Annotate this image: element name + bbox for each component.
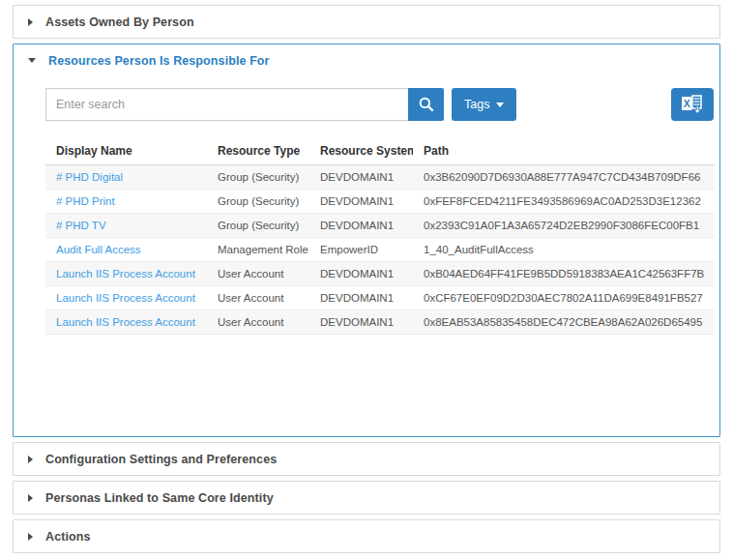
resource-system-cell: DEVDOMAIN1 <box>309 286 413 310</box>
table-row: # PHD TV Group (Security) DEVDOMAIN1 0x2… <box>45 214 715 238</box>
path-cell: 0xFEF8FCED4211FE3493586969AC0AD253D3E123… <box>413 190 715 214</box>
resource-system-cell: DEVDOMAIN1 <box>309 262 413 286</box>
panel-title: Actions <box>45 530 91 544</box>
table-row: # PHD Digital Group (Security) DEVDOMAIN… <box>45 165 715 190</box>
resource-type-cell: Group (Security) <box>207 214 309 238</box>
column-header-display-name[interactable]: Display Name <box>45 138 207 165</box>
panel-title: Resources Person Is Responsible For <box>48 54 270 68</box>
path-cell: 0x8EAB53A85835458DEC472CBEA98A62A026D654… <box>413 310 715 335</box>
table-header-row: Display Name Resource Type Resource Syst… <box>45 138 715 165</box>
panel-title: Configuration Settings and Preferences <box>45 453 277 466</box>
table-row: Launch IIS Process Account User Account … <box>45 286 715 310</box>
resource-link[interactable]: # PHD TV <box>56 220 106 231</box>
panel-actions: Actions <box>13 519 720 553</box>
caret-down-icon <box>28 58 36 63</box>
panel-assets-owned-header[interactable]: Assets Owned By Person <box>14 6 719 38</box>
panel-actions-header[interactable]: Actions <box>14 520 719 552</box>
tags-button[interactable]: Tags <box>452 88 516 121</box>
caret-right-icon <box>28 533 33 541</box>
resource-type-cell: User Account <box>207 286 309 310</box>
column-header-path[interactable]: Path <box>413 138 715 165</box>
panel-resources-responsible-header[interactable]: Resources Person Is Responsible For <box>14 44 719 76</box>
panel-title: Assets Owned By Person <box>45 15 194 29</box>
resources-table: Display Name Resource Type Resource Syst… <box>45 138 715 335</box>
caret-right-icon <box>28 18 33 26</box>
resource-link[interactable]: Launch IIS Process Account <box>56 316 195 328</box>
panel-title: Personas Linked to Same Core Identity <box>45 491 274 505</box>
search-button[interactable] <box>408 88 444 121</box>
accordion-page: Assets Owned By Person Resources Person … <box>0 0 733 553</box>
resource-link[interactable]: Launch IIS Process Account <box>56 292 195 304</box>
caret-right-icon <box>28 494 33 502</box>
panel-personas-linked: Personas Linked to Same Core Identity <box>13 481 720 515</box>
path-cell: 1_40_AuditFullAccess <box>413 238 715 262</box>
resource-system-cell: EmpowerID <box>309 238 413 262</box>
resource-system-cell: DEVDOMAIN1 <box>309 310 413 335</box>
table-row: Audit Full Access Management Role Empowe… <box>45 238 715 262</box>
resource-link[interactable]: # PHD Print <box>56 195 115 207</box>
resource-type-cell: User Account <box>207 310 309 335</box>
panel-assets-owned: Assets Owned By Person <box>13 5 720 39</box>
resource-type-cell: User Account <box>207 262 309 286</box>
resource-link[interactable]: Audit Full Access <box>56 244 141 255</box>
resources-toolbar: Tags X <box>45 88 714 121</box>
caret-right-icon <box>28 456 33 463</box>
resource-type-cell: Group (Security) <box>207 165 309 190</box>
path-cell: 0x3B62090D7D6930A88E777A947C7CD434B709DF… <box>413 165 715 190</box>
panel-configuration-settings-header[interactable]: Configuration Settings and Preferences <box>14 443 719 475</box>
column-header-resource-system[interactable]: Resource System <box>309 138 413 165</box>
export-excel-button[interactable]: X <box>671 88 714 121</box>
path-cell: 0x2393C91A0F1A3A65724D2EB2990F3086FEC00F… <box>413 214 715 238</box>
resource-type-cell: Group (Security) <box>207 190 309 214</box>
table-row: Launch IIS Process Account User Account … <box>45 262 715 286</box>
tags-button-label: Tags <box>464 98 489 111</box>
panel-configuration-settings: Configuration Settings and Preferences <box>13 442 720 476</box>
table-row: # PHD Print Group (Security) DEVDOMAIN1 … <box>45 190 715 214</box>
table-row: Launch IIS Process Account User Account … <box>45 310 715 335</box>
magnifier-icon <box>418 96 435 113</box>
search-group <box>45 88 444 121</box>
resource-link[interactable]: # PHD Digital <box>56 171 123 183</box>
path-cell: 0xB04AED64FF41FE9B5DD5918383AEA1C42563FF… <box>413 262 715 286</box>
path-cell: 0xCF67E0EF09D2D30AEC7802A11DA699E8491FB5… <box>413 286 715 310</box>
excel-export-icon: X <box>681 95 704 114</box>
resource-type-cell: Management Role <box>207 238 309 262</box>
search-input[interactable] <box>45 88 408 121</box>
resource-system-cell: DEVDOMAIN1 <box>309 214 413 238</box>
column-header-resource-type[interactable]: Resource Type <box>207 138 309 165</box>
resource-system-cell: DEVDOMAIN1 <box>309 165 413 190</box>
svg-text:X: X <box>684 98 690 109</box>
caret-down-icon <box>496 103 504 107</box>
panel-personas-linked-header[interactable]: Personas Linked to Same Core Identity <box>14 482 719 514</box>
panel-resources-responsible: Resources Person Is Responsible For Tags <box>13 44 720 437</box>
resource-system-cell: DEVDOMAIN1 <box>309 190 413 214</box>
resource-link[interactable]: Launch IIS Process Account <box>56 268 195 280</box>
